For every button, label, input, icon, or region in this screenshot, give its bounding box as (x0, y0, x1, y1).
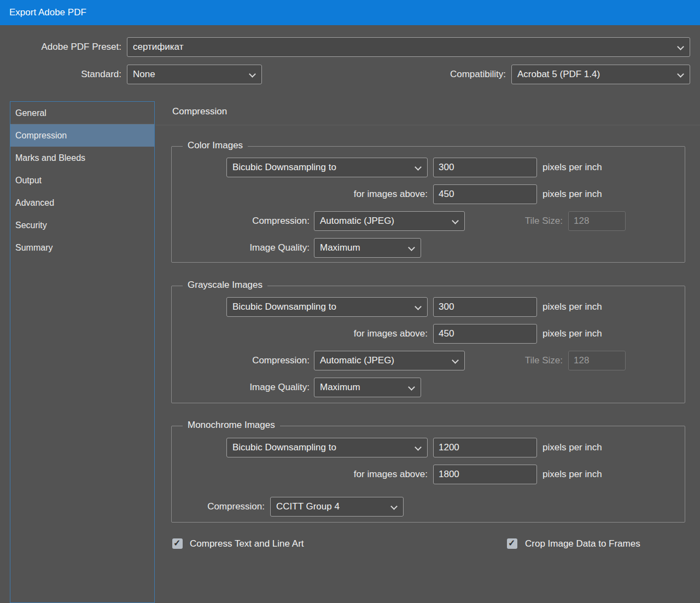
monochrome-compression-select[interactable]: CCITT Group 4 (270, 497, 404, 517)
color-downsample-value: Bicubic Downsampling to (232, 162, 336, 172)
grayscale-quality-label: Image Quality: (172, 382, 310, 393)
grayscale-above-label: for images above: (172, 328, 428, 339)
compatibility-label: Compatibility: (386, 69, 506, 80)
color-quality-select[interactable]: Maximum (314, 238, 421, 258)
sidebar-item-output[interactable]: Output (10, 169, 154, 192)
sidebar-item-security[interactable]: Security (10, 214, 154, 236)
grayscale-compression-value: Automatic (JPEG) (320, 355, 394, 366)
sidebar-item-marks-and-bleeds[interactable]: Marks and Bleeds (10, 147, 154, 169)
color-quality-label: Image Quality: (172, 242, 310, 253)
crop-image-data-checkbox[interactable] (507, 538, 517, 549)
color-resolution-input[interactable] (433, 158, 537, 177)
grayscale-above-input[interactable] (433, 324, 537, 344)
monochrome-above-input[interactable] (433, 465, 537, 484)
chevron-down-icon (677, 43, 684, 50)
chevron-down-icon (452, 217, 459, 224)
standard-value: None (133, 69, 155, 79)
pdf-preset-dropdown[interactable]: сертификат (127, 37, 690, 57)
chevron-down-icon (415, 164, 422, 171)
color-compression-value: Automatic (JPEG) (320, 216, 394, 226)
grayscale-images-group-title: Grayscale Images (183, 280, 267, 291)
compress-text-checkbox[interactable] (172, 538, 183, 549)
standard-label: Standard: (0, 69, 121, 80)
export-pdf-dialog: Export Adobe PDF Adobe PDF Preset: серти… (0, 0, 700, 603)
grayscale-quality-select[interactable]: Maximum (314, 378, 421, 397)
panel-divider (155, 125, 700, 125)
monochrome-above-label: for images above: (172, 469, 428, 480)
chevron-down-icon (452, 357, 459, 364)
color-tilesize-input (568, 211, 626, 231)
color-above-label: for images above: (172, 189, 428, 200)
color-images-group: Color Images Bicubic Downsampling to pix… (171, 146, 685, 263)
monochrome-downsample-value: Bicubic Downsampling to (232, 442, 336, 453)
color-ppi-label: pixels per inch (542, 162, 602, 173)
dialog-title: Export Adobe PDF (9, 7, 86, 18)
sidebar-item-compression[interactable]: Compression (10, 124, 154, 147)
monochrome-resolution-input[interactable] (433, 438, 537, 457)
chevron-down-icon (415, 303, 422, 310)
chevron-down-icon (390, 503, 398, 510)
pdf-preset-value: сертификат (133, 42, 183, 52)
standard-dropdown[interactable]: None (127, 65, 262, 84)
panel-title: Compression (172, 106, 227, 117)
chevron-down-icon (415, 444, 422, 451)
monochrome-images-group-title: Monochrome Images (183, 420, 280, 431)
compatibility-dropdown[interactable]: Acrobat 5 (PDF 1.4) (511, 65, 690, 84)
color-tilesize-label: Tile Size: (500, 216, 563, 227)
color-above-input[interactable] (433, 184, 537, 204)
dialog-titlebar[interactable]: Export Adobe PDF (0, 0, 700, 25)
color-downsample-select[interactable]: Bicubic Downsampling to (226, 158, 428, 177)
chevron-down-icon (249, 71, 256, 78)
grayscale-above-ppi-label: pixels per inch (542, 328, 602, 339)
chevron-down-icon (408, 244, 415, 251)
monochrome-above-ppi-label: pixels per inch (542, 469, 602, 480)
monochrome-compression-label: Compression: (172, 501, 265, 512)
color-images-group-title: Color Images (183, 140, 248, 151)
grayscale-tilesize-input (568, 351, 626, 370)
monochrome-ppi-label: pixels per inch (542, 442, 602, 453)
sidebar-list: GeneralCompressionMarks and BleedsOutput… (10, 101, 155, 603)
color-quality-value: Maximum (320, 242, 360, 253)
monochrome-downsample-select[interactable]: Bicubic Downsampling to (226, 438, 428, 457)
color-compression-label: Compression: (172, 216, 310, 227)
color-above-ppi-label: pixels per inch (542, 189, 602, 200)
grayscale-downsample-select[interactable]: Bicubic Downsampling to (226, 297, 428, 317)
sidebar-item-general[interactable]: General (10, 102, 154, 124)
compatibility-value: Acrobat 5 (PDF 1.4) (517, 69, 600, 79)
compress-text-label: Compress Text and Line Art (190, 538, 304, 549)
grayscale-images-group: Grayscale Images Bicubic Downsampling to… (171, 286, 685, 403)
grayscale-quality-value: Maximum (320, 382, 360, 392)
grayscale-ppi-label: pixels per inch (542, 302, 602, 312)
grayscale-downsample-value: Bicubic Downsampling to (232, 302, 336, 312)
grayscale-resolution-input[interactable] (433, 297, 537, 317)
grayscale-tilesize-label: Tile Size: (500, 355, 563, 366)
chevron-down-icon (677, 71, 684, 78)
sidebar-item-advanced[interactable]: Advanced (10, 192, 154, 214)
color-compression-select[interactable]: Automatic (JPEG) (314, 211, 465, 231)
grayscale-compression-select[interactable]: Automatic (JPEG) (314, 351, 465, 370)
monochrome-images-group: Monochrome Images Bicubic Downsampling t… (171, 426, 685, 523)
preset-label: Adobe PDF Preset: (0, 42, 121, 53)
sidebar-item-summary[interactable]: Summary (10, 236, 154, 259)
chevron-down-icon (408, 384, 415, 391)
grayscale-compression-label: Compression: (172, 355, 310, 366)
monochrome-compression-value: CCITT Group 4 (276, 501, 340, 512)
crop-image-data-label: Crop Image Data to Frames (525, 538, 640, 549)
